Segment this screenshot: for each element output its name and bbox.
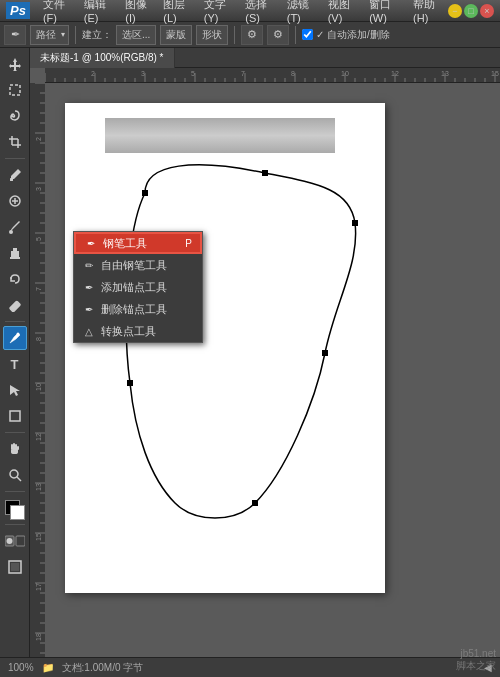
svg-rect-32	[262, 170, 268, 176]
document-canvas	[65, 103, 385, 593]
menu-bar: 文件(F) 编辑(E) 图像(I) 图层(L) 文字(Y) 选择(S) 滤镜(T…	[38, 0, 448, 26]
svg-line-25	[17, 477, 21, 481]
shape-btn[interactable]: 形状	[196, 25, 228, 45]
menu-image[interactable]: 图像(I)	[120, 0, 156, 26]
build-label: 建立：	[82, 28, 112, 42]
history-brush-tool[interactable]	[3, 267, 27, 291]
menu-layer[interactable]: 图层(L)	[158, 0, 196, 26]
svg-point-16	[16, 333, 19, 336]
svg-rect-34	[322, 350, 328, 356]
settings-icon[interactable]: ⚙	[267, 25, 289, 45]
add-anchor-label: 添加锚点工具	[101, 280, 167, 295]
watermark-site: jb51.net	[456, 648, 496, 659]
selection-btn[interactable]: 选区...	[116, 25, 156, 45]
svg-rect-33	[352, 220, 358, 226]
move-tool[interactable]	[3, 52, 27, 76]
hand-tool[interactable]	[3, 437, 27, 461]
separator-3	[295, 26, 296, 44]
menu-text[interactable]: 文字(Y)	[199, 0, 238, 26]
ruler-vertical	[30, 83, 45, 657]
path-type-dropdown[interactable]: 路径	[30, 25, 69, 45]
color-swatches[interactable]	[5, 500, 25, 520]
lasso-tool[interactable]	[3, 104, 27, 128]
mask-btn[interactable]: 蒙版	[160, 25, 192, 45]
screen-mode-tool[interactable]	[3, 555, 27, 579]
svg-rect-31	[142, 190, 148, 196]
shape-tool[interactable]	[3, 404, 27, 428]
crop-tool[interactable]	[3, 130, 27, 154]
pen-tool-icon: ✒	[84, 238, 98, 249]
freeform-tool-icon: ✏	[82, 260, 96, 271]
menu-edit[interactable]: 编辑(E)	[79, 0, 118, 26]
svg-rect-20	[13, 443, 15, 450]
svg-rect-21	[11, 444, 13, 450]
svg-rect-1	[10, 85, 20, 95]
zoom-tool[interactable]	[3, 463, 27, 487]
flyout-convert-point-tool[interactable]: △ 转换点工具	[74, 320, 202, 342]
eyedropper-tool[interactable]	[3, 163, 27, 187]
stamp-tool[interactable]	[3, 241, 27, 265]
text-tool[interactable]: T	[3, 352, 27, 376]
auto-add-input[interactable]	[302, 29, 313, 40]
left-toolbar: T	[0, 48, 30, 657]
status-bar: 100% 📁 文档:1.00M/0 字节 ◀	[0, 657, 500, 677]
quick-mask-tool[interactable]	[3, 529, 27, 553]
svg-rect-27	[16, 536, 25, 546]
menu-help[interactable]: 帮助(H)	[408, 0, 448, 26]
canvas-tab-untitled[interactable]: 未标题-1 @ 100%(RGB/8) *	[30, 48, 175, 68]
menu-filter[interactable]: 滤镜(T)	[282, 0, 321, 26]
menu-window[interactable]: 窗口(W)	[364, 0, 406, 26]
svg-rect-12	[13, 248, 17, 252]
watermark: jb51.net 脚本之家	[456, 648, 496, 673]
pen-tool-label: 钢笔工具	[103, 236, 147, 251]
add-anchor-icon: ✒	[82, 282, 96, 293]
minimize-button[interactable]: −	[448, 4, 462, 18]
flyout-add-anchor-tool[interactable]: ✒ 添加锚点工具	[74, 276, 202, 298]
toolbar-separator-1	[5, 158, 25, 159]
flyout-delete-anchor-tool[interactable]: ✒ 删除锚点工具	[74, 298, 202, 320]
svg-rect-13	[10, 257, 20, 259]
svg-point-24	[10, 470, 18, 478]
svg-point-28	[6, 538, 12, 544]
zoom-level: 100%	[8, 662, 34, 673]
pen-tool-shortcut: P	[185, 238, 192, 249]
flyout-freeform-tool[interactable]: ✏ 自由钢笔工具	[74, 254, 202, 276]
background-color[interactable]	[10, 505, 25, 520]
auto-add-checkbox[interactable]: ✓ 自动添加/删除	[302, 28, 390, 42]
toolbar-separator-5	[5, 524, 25, 525]
brush-tool[interactable]	[3, 215, 27, 239]
pen-tool[interactable]	[3, 326, 27, 350]
close-button[interactable]: ×	[480, 4, 494, 18]
svg-marker-17	[10, 385, 20, 396]
toolbar-separator-2	[5, 321, 25, 322]
gradient-rectangle	[105, 118, 335, 153]
convert-point-icon: △	[82, 326, 96, 337]
ruler-horizontal	[45, 68, 500, 83]
toolbar-separator-4	[5, 491, 25, 492]
separator-2	[234, 26, 235, 44]
svg-rect-30	[11, 563, 19, 571]
maximize-button[interactable]: □	[464, 4, 478, 18]
document-size: 文档:1.00M/0 字节	[62, 661, 144, 675]
heal-tool[interactable]	[3, 189, 27, 213]
title-bar: Ps 文件(F) 编辑(E) 图像(I) 图层(L) 文字(Y) 选择(S) 滤…	[0, 0, 500, 22]
window-controls: − □ ×	[448, 4, 494, 18]
tab-bar: 未标题-1 @ 100%(RGB/8) *	[30, 48, 500, 68]
canvas-area: 未标题-1 @ 100%(RGB/8) *	[30, 48, 500, 657]
svg-rect-22	[15, 444, 17, 450]
svg-rect-18	[10, 411, 20, 421]
flyout-pen-tool[interactable]: ✒ 钢笔工具 P	[74, 232, 202, 254]
workspace[interactable]: ✒ 钢笔工具 P ✏ 自由钢笔工具 ✒ 添加锚点工具 ✒ 删除锚点工具 △	[45, 83, 500, 657]
toolbar-separator-3	[5, 432, 25, 433]
menu-select[interactable]: 选择(S)	[240, 0, 279, 26]
eraser-tool[interactable]	[3, 293, 27, 317]
svg-rect-6	[10, 178, 13, 181]
rectangle-select-tool[interactable]	[3, 78, 27, 102]
menu-file[interactable]: 文件(F)	[38, 0, 77, 26]
ps-logo: Ps	[6, 2, 30, 19]
menu-view[interactable]: 视图(V)	[323, 0, 362, 26]
path-select-tool[interactable]	[3, 378, 27, 402]
status-icon[interactable]: 📁	[42, 662, 54, 673]
separator-1	[75, 26, 76, 44]
gear-icon[interactable]: ⚙	[241, 25, 263, 45]
